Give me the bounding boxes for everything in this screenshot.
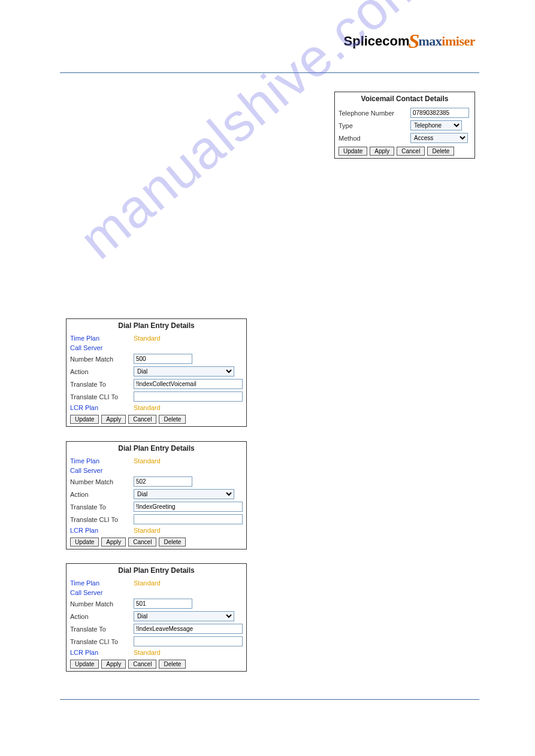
dial-panel-1: Dial Plan Entry Details Time PlanStandar… <box>66 318 247 427</box>
cancel-button[interactable]: Cancel <box>128 660 156 669</box>
lcr-plan-value[interactable]: Standard <box>134 404 161 411</box>
header-divider <box>60 72 479 73</box>
time-plan-value[interactable]: Standard <box>134 335 161 342</box>
number-match-label: Number Match <box>70 600 134 608</box>
translate-cli-input[interactable] <box>134 636 243 646</box>
number-match-input[interactable] <box>134 354 192 364</box>
dial-title: Dial Plan Entry Details <box>67 442 246 456</box>
update-button[interactable]: Update <box>338 147 367 156</box>
apply-button[interactable]: Apply <box>101 660 126 669</box>
method-select[interactable]: Access <box>410 133 468 143</box>
call-server-link[interactable]: Call Server <box>70 589 134 596</box>
translate-to-label: Translate To <box>70 381 134 388</box>
type-label: Type <box>338 122 410 129</box>
call-server-link[interactable]: Call Server <box>70 344 134 351</box>
translate-cli-input[interactable] <box>134 514 243 524</box>
delete-button[interactable]: Delete <box>159 660 186 669</box>
update-button[interactable]: Update <box>70 415 99 424</box>
method-label: Method <box>338 135 410 142</box>
translate-to-label: Translate To <box>70 503 134 511</box>
update-button[interactable]: Update <box>70 538 99 546</box>
dial-panel-3: Dial Plan Entry Details Time PlanStandar… <box>66 563 247 672</box>
dial-title: Dial Plan Entry Details <box>67 319 246 333</box>
lcr-plan-value[interactable]: Standard <box>134 527 161 534</box>
page: SplicecomSmaximiser manualshive.com Voic… <box>0 0 535 756</box>
translate-cli-input[interactable] <box>134 391 243 402</box>
translate-to-input[interactable] <box>134 502 243 512</box>
time-plan-link[interactable]: Time Plan <box>70 335 134 342</box>
number-match-label: Number Match <box>70 478 134 485</box>
delete-button[interactable]: Delete <box>159 538 186 546</box>
action-label: Action <box>70 491 134 498</box>
apply-button[interactable]: Apply <box>101 415 126 424</box>
footer-divider <box>60 699 479 700</box>
logo: SplicecomSmaximiser <box>344 30 475 53</box>
apply-button[interactable]: Apply <box>370 147 394 156</box>
action-select[interactable]: Dial <box>134 489 234 499</box>
lcr-plan-link[interactable]: LCR Plan <box>70 404 134 411</box>
translate-to-input[interactable] <box>134 624 243 634</box>
delete-button[interactable]: Delete <box>427 147 454 156</box>
time-plan-link[interactable]: Time Plan <box>70 579 134 587</box>
dial-title: Dial Plan Entry Details <box>67 564 246 578</box>
action-select[interactable]: Dial <box>134 366 234 377</box>
cancel-button[interactable]: Cancel <box>128 415 156 424</box>
logo-com: com <box>382 34 409 49</box>
tel-label: Telephone Number <box>338 110 410 117</box>
cancel-button[interactable]: Cancel <box>397 147 425 156</box>
translate-cli-label: Translate CLI To <box>70 393 134 400</box>
voicemail-panel: Voicemail Contact Details Telephone Numb… <box>334 92 475 159</box>
action-select[interactable]: Dial <box>134 611 234 621</box>
lcr-plan-link[interactable]: LCR Plan <box>70 527 134 534</box>
logo-splice: Splice <box>344 34 383 49</box>
translate-cli-label: Translate CLI To <box>70 638 134 645</box>
number-match-input[interactable] <box>134 599 192 609</box>
delete-button[interactable]: Delete <box>159 415 186 424</box>
time-plan-value[interactable]: Standard <box>134 457 161 464</box>
translate-to-input[interactable] <box>134 379 243 389</box>
time-plan-value[interactable]: Standard <box>134 579 161 587</box>
translate-to-label: Translate To <box>70 626 134 633</box>
number-match-input[interactable] <box>134 476 192 487</box>
time-plan-link[interactable]: Time Plan <box>70 457 134 464</box>
update-button[interactable]: Update <box>70 660 99 669</box>
type-select[interactable]: Telephone <box>410 120 462 130</box>
voicemail-title: Voicemail Contact Details <box>335 92 474 107</box>
lcr-plan-value[interactable]: Standard <box>134 649 161 656</box>
logo-max: max <box>419 34 442 49</box>
action-label: Action <box>70 368 134 375</box>
call-server-link[interactable]: Call Server <box>70 467 134 474</box>
cancel-button[interactable]: Cancel <box>128 538 156 546</box>
tel-input[interactable] <box>410 108 469 118</box>
logo-imiser: imiser <box>442 34 475 49</box>
apply-button[interactable]: Apply <box>101 538 126 546</box>
translate-cli-label: Translate CLI To <box>70 516 134 523</box>
lcr-plan-link[interactable]: LCR Plan <box>70 649 134 656</box>
dial-panel-2: Dial Plan Entry Details Time PlanStandar… <box>66 441 247 549</box>
action-label: Action <box>70 613 134 620</box>
number-match-label: Number Match <box>70 356 134 363</box>
